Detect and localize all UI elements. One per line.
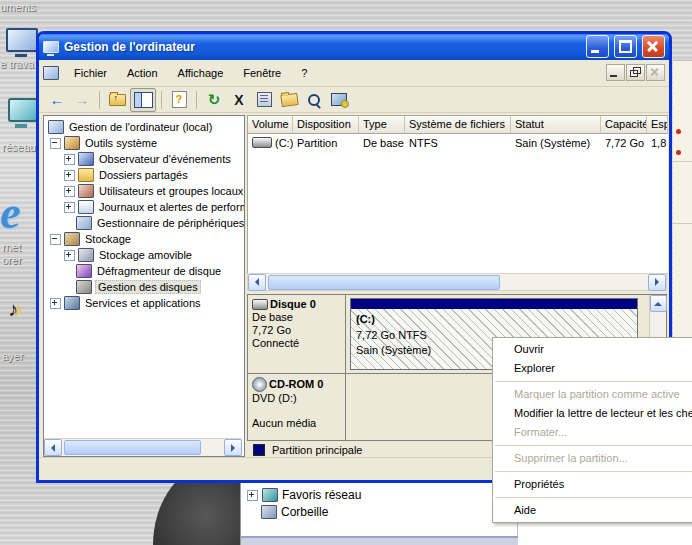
menu-affichage[interactable]: Affichage — [169, 64, 233, 82]
delete-x-icon: X — [234, 92, 243, 108]
expander-plus-icon[interactable] — [247, 490, 258, 501]
scroll-up-button[interactable] — [650, 295, 667, 312]
desktop-label-internet-2[interactable]: orer — [2, 254, 22, 266]
console-tree-panel: Gestion de l'ordinateur (local) Outils s… — [43, 115, 245, 457]
menu-action[interactable]: Action — [118, 64, 167, 82]
search-button[interactable] — [302, 89, 326, 111]
menu-item-ouvrir[interactable]: Ouvrir — [493, 340, 692, 359]
toolbar-separator — [99, 91, 100, 109]
mdi-restore-button[interactable] — [626, 64, 645, 81]
performance-logs-icon — [78, 200, 94, 214]
mdi-minimize-button[interactable] — [606, 64, 625, 81]
scroll-right-button[interactable] — [648, 274, 666, 291]
col-type[interactable]: Type — [359, 116, 405, 134]
col-systeme-fichiers[interactable]: Système de fichiers — [405, 116, 511, 134]
tree-item-services-applications[interactable]: Services et applications — [46, 295, 244, 311]
close-button[interactable] — [642, 35, 665, 58]
system-tools-icon — [64, 136, 80, 150]
open-button[interactable] — [277, 89, 301, 111]
partition-context-menu: Ouvrir Explorer Marquer la partition com… — [492, 337, 692, 523]
hard-disk-icon — [252, 299, 268, 310]
scrollbar-thumb[interactable] — [268, 275, 500, 290]
menu-item-explorer[interactable]: Explorer — [493, 359, 692, 378]
col-statut[interactable]: Statut — [511, 116, 601, 134]
services-icon — [64, 296, 80, 310]
back-button[interactable]: ← — [45, 89, 69, 111]
menu-item-marquer-active: Marquer la partition comme active — [493, 385, 692, 404]
scroll-left-button[interactable] — [248, 274, 266, 291]
tree-horizontal-scrollbar[interactable] — [44, 438, 242, 456]
volume-row-c[interactable]: (C:) Partition De base NTFS Sain (Systèm… — [248, 134, 668, 151]
col-capacite[interactable]: Capacité — [601, 116, 647, 134]
desktop-label-documents[interactable]: uments — [0, 1, 36, 13]
internet-explorer-icon[interactable]: e — [0, 186, 20, 239]
col-volume[interactable]: Volume — [248, 116, 293, 134]
toolbar-separator — [161, 91, 162, 109]
expander-plus-icon[interactable] — [64, 154, 75, 165]
title-bar[interactable]: Gestion de l'ordinateur — [39, 34, 669, 60]
list-horizontal-scrollbar[interactable] — [247, 273, 667, 291]
manage-button[interactable] — [327, 89, 351, 111]
bg-tree-item-favoris-reseau[interactable]: Favoris réseau — [282, 488, 361, 502]
menu-item-aide[interactable]: Aide — [493, 501, 692, 520]
up-one-level-button[interactable] — [105, 89, 129, 111]
desktop-label-poste-travail[interactable]: e trava — [0, 58, 34, 70]
tree-item-stockage-amovible[interactable]: Stockage amovible — [46, 247, 244, 263]
tree-item-journaux-alertes[interactable]: Journaux et alertes de performance — [46, 199, 244, 215]
maximize-button[interactable] — [614, 35, 637, 58]
tree-item-stockage[interactable]: Stockage — [46, 231, 244, 247]
cdrom-info-box[interactable]: CD-ROM 0 DVD (D:) Aucun média — [248, 374, 346, 440]
properties-button[interactable] — [252, 89, 276, 111]
expander-minus-icon[interactable] — [50, 234, 61, 245]
scroll-left-button[interactable] — [44, 439, 62, 456]
my-computer-icon[interactable] — [6, 28, 38, 52]
tree-item-utilisateurs-groupes[interactable]: Utilisateurs et groupes locaux — [46, 183, 244, 199]
menu-fenetre[interactable]: Fenêtre — [234, 64, 290, 82]
expander-plus-icon[interactable] — [64, 170, 75, 181]
menu-aide[interactable]: ? — [292, 64, 316, 82]
bg-window-edge — [241, 538, 518, 545]
minimize-button[interactable] — [586, 35, 609, 58]
expander-plus-icon[interactable] — [64, 202, 75, 213]
toolbar: ← → ↻ X — [39, 87, 669, 114]
col-disposition[interactable]: Disposition — [293, 116, 359, 134]
menu-bar: Fichier Action Affichage Fenêtre ? — [39, 60, 669, 87]
col-espace-libre[interactable]: Esp — [647, 116, 668, 134]
tree-item-gestionnaire-peripheriques[interactable]: Gestionnaire de périphériques — [46, 215, 244, 231]
desktop-label-player[interactable]: ayer — [2, 350, 23, 362]
bg-tree-item-corbeille[interactable]: Corbeille — [281, 505, 328, 519]
tree-item-outils-systeme[interactable]: Outils système — [46, 135, 244, 151]
menu-fichier[interactable]: Fichier — [65, 64, 116, 82]
forward-button-disabled[interactable]: → — [70, 89, 94, 111]
disk0-info-box[interactable]: Disque 0 De base 7,72 Go Connecté — [248, 295, 346, 373]
scroll-right-button[interactable] — [224, 439, 242, 456]
delete-button[interactable]: X — [227, 89, 251, 111]
desktop-label-internet-1[interactable]: rnet — [2, 241, 21, 253]
folder-up-icon — [109, 94, 126, 106]
primary-partition-color-swatch — [253, 444, 265, 456]
tree-item-root[interactable]: Gestion de l'ordinateur (local) — [46, 119, 244, 135]
scrollbar-thumb[interactable] — [64, 440, 201, 455]
show-console-tree-button[interactable] — [130, 88, 156, 112]
menu-item-proprietes[interactable]: Propriétés — [493, 475, 692, 494]
tree-item-defragmenteur[interactable]: Défragmenteur de disque — [46, 263, 244, 279]
expander-plus-icon[interactable] — [50, 298, 61, 309]
help-topics-button[interactable] — [167, 89, 191, 111]
network-places-icon — [262, 488, 278, 502]
tree-item-observateur-evenements[interactable]: Observateur d'événements — [46, 151, 244, 167]
tree-item-gestion-des-disques[interactable]: Gestion des disques — [46, 279, 244, 295]
disk-management-icon — [76, 280, 92, 294]
window-title: Gestion de l'ordinateur — [64, 40, 581, 54]
refresh-button[interactable]: ↻ — [202, 89, 226, 111]
expander-plus-icon[interactable] — [64, 250, 75, 261]
menu-item-modifier-lettre[interactable]: Modifier la lettre de lecteur et les che… — [493, 404, 692, 423]
network-places-icon[interactable] — [8, 98, 38, 122]
computer-icon — [43, 41, 59, 53]
tree-item-dossiers-partages[interactable]: Dossiers partagés — [46, 167, 244, 183]
mdi-close-button[interactable] — [646, 64, 665, 81]
media-player-icon[interactable]: ♪♪ — [8, 298, 23, 321]
expander-minus-icon[interactable] — [50, 138, 61, 149]
cd-rom-icon — [252, 377, 267, 392]
expander-plus-icon[interactable] — [64, 186, 75, 197]
desktop-label-reseau[interactable]: réseau — [2, 141, 36, 153]
